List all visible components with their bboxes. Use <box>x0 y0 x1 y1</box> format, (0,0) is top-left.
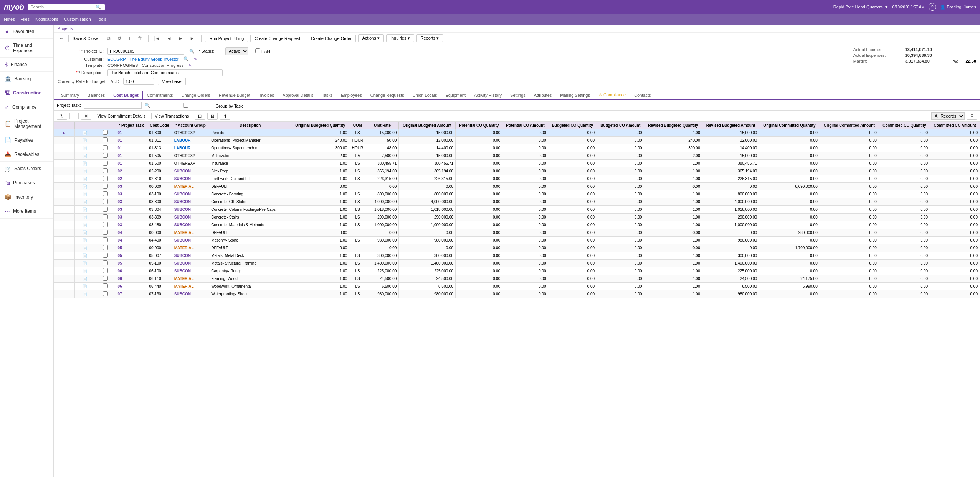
row-orig-amt[interactable]: 15,000.00 <box>399 129 456 137</box>
col-header-orig-comm-qty[interactable]: Original Committed Quantity <box>759 122 820 129</box>
row-description[interactable]: Site- Prep <box>209 167 291 175</box>
row-rev-qty[interactable]: 1.00 <box>644 198 702 206</box>
row-orig-amt[interactable]: 290,000.00 <box>399 214 456 221</box>
row-cost-code[interactable]: 04-400 <box>147 237 172 244</box>
row-account-group[interactable]: MATERIAL <box>172 275 209 283</box>
row-unit-rate[interactable]: 24,500.00 <box>366 275 399 283</box>
row-orig-qty[interactable]: 1.00 <box>291 221 349 229</box>
row-orig-amt[interactable]: 800,000.00 <box>399 190 456 198</box>
row-comm-co-qty[interactable]: 0.00 <box>879 183 930 190</box>
row-orig-amt[interactable]: 1,400,000.00 <box>399 260 456 267</box>
row-orig-amt[interactable]: 365,194.00 <box>399 167 456 175</box>
row-pot-co-amt[interactable]: 0.00 <box>502 290 548 298</box>
row-bud-co-qty[interactable]: 0.00 <box>548 290 597 298</box>
row-orig-qty[interactable]: 1.00 <box>291 167 349 175</box>
row-comm-co-qty[interactable]: 0.00 <box>879 206 930 214</box>
row-bud-co-amt[interactable]: 0.00 <box>597 167 644 175</box>
row-bud-co-amt[interactable]: 0.00 <box>597 214 644 221</box>
row-doc-icon[interactable]: 📄 <box>74 244 95 252</box>
row-description[interactable]: Masonry- Stone <box>209 237 291 244</box>
row-description[interactable]: Carpentry- Rough <box>209 267 291 275</box>
row-uom[interactable]: LS <box>349 129 366 137</box>
row-doc-icon[interactable]: 📄 <box>74 267 95 275</box>
row-checkbox-cell[interactable] <box>95 260 116 267</box>
row-doc-icon[interactable]: 📄 <box>74 190 95 198</box>
records-filter-select[interactable]: All Records <box>931 112 965 120</box>
row-cost-code[interactable]: 07-130 <box>147 290 172 298</box>
row-pot-co-qty[interactable]: 0.00 <box>455 160 502 167</box>
row-checkbox[interactable] <box>103 184 108 189</box>
row-bud-co-qty[interactable]: 0.00 <box>548 175 597 183</box>
row-expand-cell[interactable] <box>54 221 75 229</box>
row-rev-qty[interactable]: 1.00 <box>644 275 702 283</box>
row-comm-co-amt[interactable]: 0.00 <box>930 160 980 167</box>
row-cost-code[interactable]: 01-313 <box>147 144 172 152</box>
row-account-group[interactable]: SUBCON <box>172 175 209 183</box>
row-description[interactable]: Insurance <box>209 160 291 167</box>
row-description[interactable]: Earthwork- Cut and Fill <box>209 175 291 183</box>
row-orig-amt[interactable]: 24,500.00 <box>399 275 456 283</box>
row-uom[interactable]: LS <box>349 190 366 198</box>
row-unit-rate[interactable]: 290,000.00 <box>366 214 399 221</box>
row-orig-comm-qty[interactable]: 6,090,000.00 <box>759 183 820 190</box>
sidebar-item-finance[interactable]: $ Finance <box>0 58 53 72</box>
row-orig-amt[interactable]: 1,018,000.00 <box>399 206 456 214</box>
actions-button[interactable]: Actions ▾ <box>358 34 384 42</box>
row-account-group[interactable]: SUBCON <box>172 290 209 298</box>
sidebar-item-banking[interactable]: 🏦 Banking <box>0 72 53 86</box>
sidebar-item-purchases[interactable]: 🛍 Purchases <box>0 176 53 190</box>
row-orig-amt[interactable]: 980,000.00 <box>399 237 456 244</box>
row-rev-qty[interactable]: 240.00 <box>644 137 702 144</box>
refresh-button[interactable]: ↻ <box>57 113 67 120</box>
row-pot-co-qty[interactable]: 0.00 <box>455 167 502 175</box>
row-checkbox[interactable] <box>103 130 108 135</box>
row-unit-rate[interactable]: 50.00 <box>366 137 399 144</box>
row-rev-qty[interactable]: 1.00 <box>644 260 702 267</box>
row-uom[interactable]: LS <box>349 221 366 229</box>
row-description[interactable]: Concrete- Forming <box>209 190 291 198</box>
row-uom[interactable]: LS <box>349 175 366 183</box>
row-uom[interactable]: LS <box>349 206 366 214</box>
row-orig-qty[interactable]: 0.00 <box>291 244 349 252</box>
row-bud-co-amt[interactable]: 0.00 <box>597 221 644 229</box>
row-account-group[interactable]: SUBCON <box>172 252 209 260</box>
row-bud-co-qty[interactable]: 0.00 <box>548 183 597 190</box>
row-task[interactable]: 05 <box>116 260 147 267</box>
row-pot-co-qty[interactable]: 0.00 <box>455 152 502 160</box>
row-orig-qty[interactable]: 1.00 <box>291 175 349 183</box>
row-orig-comm-qty[interactable]: 0.00 <box>759 290 820 298</box>
row-uom[interactable]: HOUR <box>349 144 366 152</box>
inquiries-button[interactable]: Inquiries ▾ <box>386 34 414 42</box>
help-button[interactable]: ? <box>929 3 936 11</box>
row-bud-co-amt[interactable]: 0.00 <box>597 129 644 137</box>
tab-attributes[interactable]: Attributes <box>530 91 556 99</box>
row-account-group[interactable]: OTHEREXP <box>172 152 209 160</box>
row-comm-co-qty[interactable]: 0.00 <box>879 214 930 221</box>
row-orig-comm-amt[interactable]: 0.00 <box>820 214 879 221</box>
row-orig-qty[interactable]: 240.00 <box>291 137 349 144</box>
row-orig-comm-qty[interactable]: 0.00 <box>759 260 820 267</box>
row-checkbox[interactable] <box>103 199 108 204</box>
row-orig-qty[interactable]: 1.00 <box>291 190 349 198</box>
row-comm-co-amt[interactable]: 0.00 <box>930 198 980 206</box>
row-uom[interactable]: HOUR <box>349 137 366 144</box>
row-rev-amt[interactable]: 1,000,000.00 <box>702 221 759 229</box>
row-cost-code[interactable]: 00-000 <box>147 183 172 190</box>
row-orig-comm-amt[interactable]: 0.00 <box>820 198 879 206</box>
sidebar-item-project-mgmt[interactable]: 📋 Project Management <box>0 114 53 133</box>
row-description[interactable]: Concrete- CIP Slabs <box>209 198 291 206</box>
row-account-group[interactable]: LABOUR <box>172 144 209 152</box>
row-orig-comm-qty[interactable]: 0.00 <box>759 206 820 214</box>
row-bud-co-amt[interactable]: 0.00 <box>597 275 644 283</box>
row-comm-co-amt[interactable]: 0.00 <box>930 275 980 283</box>
row-orig-comm-amt[interactable]: 0.00 <box>820 283 879 290</box>
row-checkbox-cell[interactable] <box>95 137 116 144</box>
row-checkbox-cell[interactable] <box>95 206 116 214</box>
row-account-group[interactable]: SUBCON <box>172 206 209 214</box>
tab-tasks[interactable]: Tasks <box>317 91 337 99</box>
row-comm-co-amt[interactable]: 0.00 <box>930 129 980 137</box>
row-uom[interactable]: LS <box>349 260 366 267</box>
undo-button[interactable]: ↺ <box>115 35 124 42</box>
row-task[interactable]: 01 <box>116 144 147 152</box>
row-orig-qty[interactable]: 1.00 <box>291 129 349 137</box>
